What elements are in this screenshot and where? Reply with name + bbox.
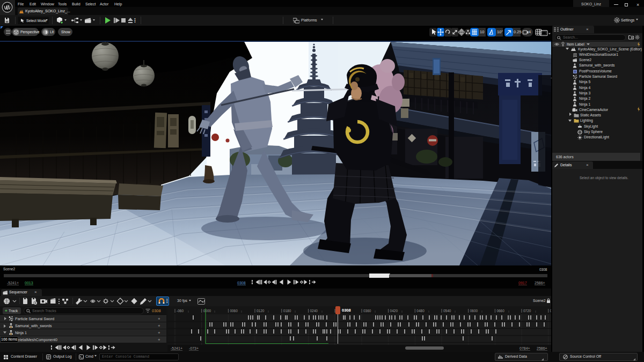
svg-text:0480: 0480 — [416, 309, 425, 313]
svg-text:0180: 0180 — [283, 309, 291, 313]
svg-text:0720: 0720 — [523, 309, 531, 313]
svg-text:0240: 0240 — [310, 309, 318, 313]
svg-text:0600: 0600 — [470, 309, 478, 313]
svg-text:-060: -060 — [177, 309, 184, 313]
svg-text:0420: 0420 — [390, 309, 398, 313]
svg-text:07: 07 — [550, 309, 551, 313]
svg-text:0120: 0120 — [257, 309, 265, 313]
svg-text:0060: 0060 — [230, 309, 238, 313]
svg-text:0660: 0660 — [496, 309, 504, 313]
svg-text:0308: 0308 — [342, 308, 351, 313]
svg-text:0000: 0000 — [203, 309, 211, 313]
svg-text:0540: 0540 — [443, 309, 451, 313]
svg-text:0360: 0360 — [363, 309, 371, 313]
